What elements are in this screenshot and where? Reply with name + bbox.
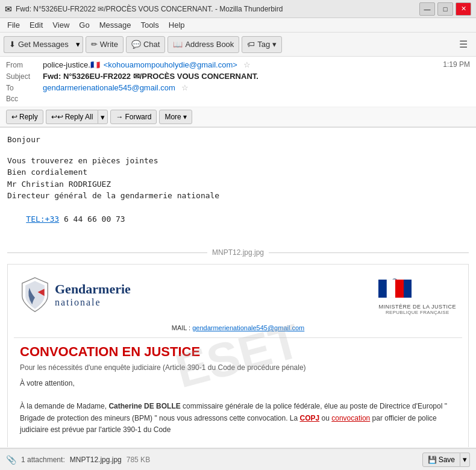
maximize-button[interactable]: □ <box>437 2 453 16</box>
body-text: Vous trouverez en pièces jointes Bien co… <box>7 155 469 202</box>
tag-label: Tag <box>257 40 270 49</box>
menu-go[interactable]: Go <box>74 19 94 31</box>
copj-link[interactable]: COPJ <box>300 414 320 422</box>
forward-button[interactable]: → Forward <box>110 110 157 124</box>
window-controls: — □ ✕ <box>419 2 471 16</box>
reply-area: ↩ Reply ↩↩ Reply All ▾ → Forward More ▾ <box>0 107 476 127</box>
convocation-subtitle: Pour les nécessités d'une enquête judici… <box>20 363 456 372</box>
get-messages-icon: ⬇ <box>9 40 16 49</box>
menu-tools[interactable]: Tools <box>136 19 163 31</box>
tel-number: 6 44 66 00 73 <box>59 215 125 224</box>
save-button[interactable]: 💾 Save <box>422 453 460 467</box>
tag-button[interactable]: 🏷 Tag ▾ <box>242 36 282 53</box>
more-label: More <box>164 113 181 121</box>
convocation-title: CONVOCATION EN JUSTICE <box>20 344 456 360</box>
person-name: Catherine DE BOLLE <box>108 402 180 410</box>
attachment-divider-label: MNPT12.jpg.jpg <box>212 248 264 257</box>
save-label: Save <box>439 456 455 464</box>
forward-label: Forward <box>125 113 151 121</box>
to-label: To <box>6 84 39 92</box>
mail-line: MAIL : gendarmerienationale545@gmail.com <box>14 321 462 337</box>
get-messages-button[interactable]: ⬇ Get Messages <box>4 36 74 53</box>
body-paragraph: À la demande de Madame, Catherine DE BOL… <box>20 401 456 436</box>
french-flag-icon <box>378 277 412 302</box>
star-icon[interactable]: ☆ <box>243 60 251 69</box>
ministere-logo: MINISTÈRE de la JUSTICE REPUBLIQUE FRANÇ… <box>378 277 456 315</box>
republique-title: REPUBLIQUE FRANÇAISE <box>378 310 456 315</box>
save-icon: 💾 <box>428 456 437 464</box>
address-book-icon: 📖 <box>173 40 183 49</box>
write-icon: ✏ <box>91 40 98 49</box>
menu-view[interactable]: View <box>48 19 74 31</box>
email-header: From police-justice.🇫🇷 <kohouamompouholy… <box>0 57 476 128</box>
tag-icon: 🏷 <box>247 40 255 49</box>
hamburger-menu[interactable]: ☰ <box>454 36 472 52</box>
from-email[interactable]: <kohouamompouholydie@gmail.com> <box>104 60 237 69</box>
reply-all-dropdown[interactable]: ▾ <box>98 110 108 124</box>
app-icon: ✉ <box>5 4 12 14</box>
menu-help[interactable]: Help <box>164 19 190 31</box>
from-label: From <box>6 61 39 69</box>
subject-row: Subject Fwd: N°5326EU-FR2022 ✉/PROCÈS VO… <box>6 70 470 82</box>
tag-dropdown-icon: ▾ <box>272 40 277 49</box>
svg-rect-5 <box>404 280 412 298</box>
attachment-size: 785 KB <box>127 456 150 464</box>
menubar: File Edit View Go Message Tools Help <box>0 18 476 33</box>
chat-label: Chat <box>143 40 160 49</box>
paperclip-icon: 📎 <box>6 455 16 465</box>
email-timestamp: 1:19 PM <box>443 60 470 69</box>
bcc-label: Bcc <box>6 95 39 103</box>
menu-file[interactable]: File <box>2 19 25 31</box>
get-messages-dropdown[interactable]: ▾ <box>74 36 83 53</box>
subject-label: Subject <box>6 72 39 81</box>
chat-button[interactable]: 💬 Chat <box>126 36 165 53</box>
logo-area: Gendarmerie nationale <box>14 271 462 321</box>
ministere-title: MINISTÈRE de la JUSTICE <box>378 304 456 310</box>
tel-link[interactable]: TEL:+33 <box>26 215 59 224</box>
more-button[interactable]: More ▾ <box>159 110 192 124</box>
attention-line: À votre attention, <box>20 378 456 389</box>
get-messages-group: ⬇ Get Messages ▾ <box>4 36 83 53</box>
gendarmerie-text: Gendarmerie nationale <box>55 281 131 308</box>
save-dropdown[interactable]: ▾ <box>460 453 470 467</box>
write-button[interactable]: ✏ Write <box>86 36 124 53</box>
attachment-bar: 📎 1 attachment: MNPT12.jpg.jpg 785 KB 💾 … <box>0 448 476 470</box>
convocation-body: À votre attention, À la demande de Madam… <box>20 378 456 436</box>
reply-label: Reply <box>19 113 38 121</box>
embedded-image: ESET Gendarmerie nationale <box>7 264 469 447</box>
address-book-button[interactable]: 📖 Address Book <box>168 36 239 53</box>
reply-all-button[interactable]: ↩↩ Reply All <box>46 110 98 124</box>
menu-edit[interactable]: Edit <box>25 19 48 31</box>
to-row: To gendarmerienationale545@gmail.com ☆ <box>6 82 470 93</box>
reply-all-group: ↩↩ Reply All ▾ <box>46 110 108 124</box>
close-button[interactable]: ✕ <box>456 2 471 16</box>
email-body: Bonjour Vous trouverez en pièces jointes… <box>0 128 476 447</box>
save-group: 💾 Save ▾ <box>422 453 470 467</box>
svg-rect-4 <box>395 280 404 298</box>
gendarmerie-main-name: Gendarmerie <box>55 281 131 297</box>
attachment-filename: MNPT12.jpg.jpg <box>70 456 122 464</box>
mail-link[interactable]: gendarmerienationale545@gmail.com <box>192 324 304 331</box>
svg-rect-3 <box>387 280 395 298</box>
reply-icon: ↩ <box>11 113 17 121</box>
to-email[interactable]: gendarmerienationale545@gmail.com <box>43 83 175 92</box>
body-text-3: ou <box>319 414 331 422</box>
minimize-button[interactable]: — <box>419 2 435 16</box>
reply-all-label: Reply All <box>65 113 93 121</box>
menu-message[interactable]: Message <box>95 19 136 31</box>
reply-button[interactable]: ↩ Reply <box>6 110 43 124</box>
get-messages-label: Get Messages <box>18 40 69 49</box>
body-tel: TEL:+33 6 44 66 00 73 <box>7 202 469 237</box>
write-label: Write <box>100 40 118 49</box>
more-dropdown-icon: ▾ <box>183 113 187 121</box>
forward-icon: → <box>116 113 123 121</box>
bcc-row: Bcc <box>6 93 470 104</box>
chat-icon: 💬 <box>131 40 141 49</box>
convocation-section: CONVOCATION EN JUSTICE Pour les nécessit… <box>14 337 462 442</box>
to-star-icon[interactable]: ☆ <box>181 83 189 92</box>
gendarmerie-logo: Gendarmerie nationale <box>20 277 131 313</box>
from-row: From police-justice.🇫🇷 <kohouamompouholy… <box>6 59 470 70</box>
gendarmerie-shield-icon <box>20 277 50 313</box>
convocation-link-word[interactable]: convocation <box>331 414 370 422</box>
attachment-divider: MNPT12.jpg.jpg <box>7 246 469 259</box>
